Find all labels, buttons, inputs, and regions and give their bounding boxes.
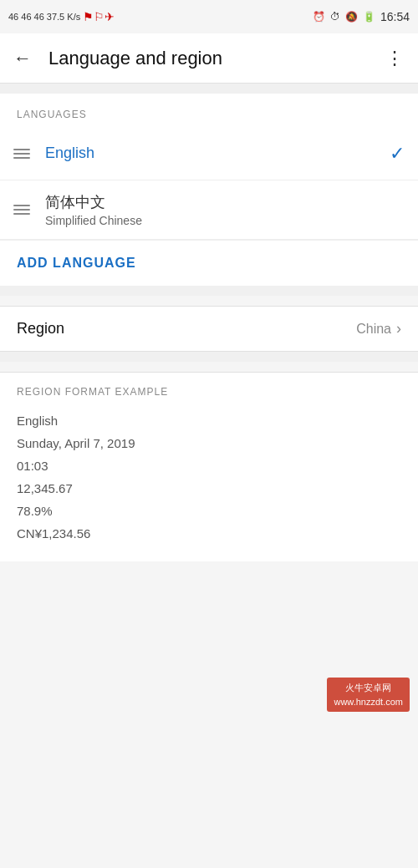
drag-handle-chinese[interactable] (13, 205, 30, 215)
drag-line (13, 149, 30, 150)
toolbar: ← Language and region ⋮ (0, 33, 418, 84)
page-title: Language and region (48, 48, 385, 69)
bottom-area: 火牛安卓网 www.hnzzdt.com (0, 561, 418, 728)
format-section: REGION FORMAT EXAMPLE English Sunday, Ap… (0, 372, 418, 561)
status-left: 46 46 46 37.5 K/s ⚑⚐✈ (8, 10, 115, 23)
time-display: 16:54 (380, 10, 410, 23)
status-bar: 46 46 46 37.5 K/s ⚑⚐✈ ⏰ ⏱ 🔕 🔋 16:54 (0, 0, 418, 33)
chinese-lang-subtitle: Simplified Chinese (45, 214, 405, 227)
battery-icon: 🔋 (363, 11, 375, 23)
chinese-lang-name: 简体中文 (45, 192, 405, 212)
top-divider (0, 84, 418, 94)
format-line-time: 01:03 (17, 454, 401, 477)
chevron-right-icon: › (396, 320, 401, 338)
english-lang-name: English (45, 145, 381, 162)
more-options-button[interactable]: ⋮ (385, 48, 405, 69)
speed-text: 37.5 K/s (47, 12, 80, 22)
languages-section: LANGUAGES English ✓ 简体中文 Simplified Chin… (0, 94, 418, 286)
signal-text: 46 46 46 (8, 12, 44, 22)
region-section: Region China › (0, 306, 418, 352)
format-line-language: English (17, 409, 401, 432)
drag-handle-english[interactable] (13, 149, 30, 159)
mid-divider (0, 286, 418, 296)
region-row[interactable]: Region China › (0, 307, 418, 351)
list-item[interactable]: 简体中文 Simplified Chinese (0, 180, 418, 240)
watermark: 火牛安卓网 www.hnzzdt.com (327, 678, 410, 712)
region-value: China (356, 322, 391, 337)
drag-line (13, 209, 30, 211)
region-label: Region (17, 320, 356, 338)
drag-line (13, 213, 30, 215)
format-line-currency: CN¥1,234.56 (17, 522, 401, 545)
back-button[interactable]: ← (13, 48, 32, 69)
watermark-line2: www.hnzzdt.com (334, 695, 403, 709)
drag-line (13, 205, 30, 206)
add-language-button[interactable]: ADD LANGUAGE (0, 240, 418, 286)
languages-section-label: LANGUAGES (0, 94, 418, 127)
add-language-label: ADD LANGUAGE (17, 256, 136, 271)
english-lang-info: English (45, 145, 381, 162)
drag-line (13, 157, 30, 159)
selected-checkmark-icon: ✓ (390, 143, 405, 165)
drag-line (13, 153, 30, 155)
mute-icon: 🔕 (345, 11, 358, 23)
format-line-number: 12,345.67 (17, 477, 401, 500)
list-item[interactable]: English ✓ (0, 127, 418, 180)
format-section-label: REGION FORMAT EXAMPLE (0, 373, 418, 406)
alarm-icon: ⏰ (313, 11, 325, 23)
watermark-line1: 火牛安卓网 (334, 681, 403, 695)
status-right: ⏰ ⏱ 🔕 🔋 16:54 (313, 10, 410, 23)
lower-divider (0, 352, 418, 362)
format-content: English Sunday, April 7, 2019 01:03 12,3… (0, 406, 418, 545)
format-line-date: Sunday, April 7, 2019 (17, 432, 401, 454)
chinese-lang-info: 简体中文 Simplified Chinese (45, 192, 405, 227)
clock-icon: ⏱ (330, 11, 340, 23)
format-line-percent: 78.9% (17, 500, 401, 522)
notification-icons: ⚑⚐✈ (83, 10, 115, 23)
